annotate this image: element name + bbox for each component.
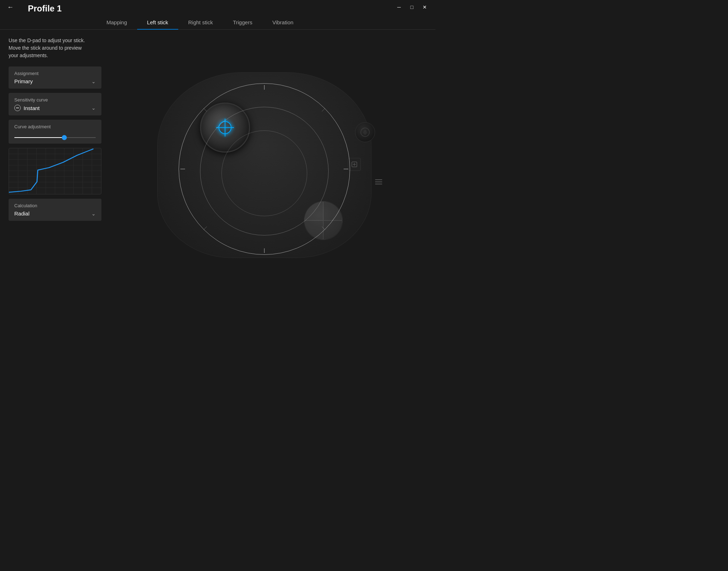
sensitivity-curve-dropdown[interactable]: Instant ⌄: [14, 105, 96, 111]
back-button[interactable]: ←: [6, 2, 15, 13]
tab-left-stick[interactable]: Left stick: [137, 16, 178, 30]
svg-line-26: [204, 227, 207, 230]
assignment-value: Primary: [14, 78, 33, 84]
navigation-tabs: Mapping Left stick Right stick Triggers …: [0, 16, 435, 30]
controller-area: [143, 44, 386, 312]
sensitivity-chevron-icon: ⌄: [91, 105, 96, 111]
xbox-button-visual: [355, 122, 375, 142]
tab-vibration[interactable]: Vibration: [262, 16, 303, 30]
profile-title: Profile 1: [19, 1, 70, 14]
minimize-button[interactable]: ─: [394, 2, 404, 12]
assignment-dropdown[interactable]: Primary ⌄: [14, 78, 96, 84]
right-panel: [101, 37, 427, 318]
menu-line-3: [375, 184, 382, 184]
xbox-logo-icon: [360, 127, 370, 137]
graph-svg: [9, 148, 101, 194]
tab-mapping[interactable]: Mapping: [96, 16, 137, 30]
menu-line-2: [375, 182, 382, 182]
assignment-chevron-icon: ⌄: [91, 79, 96, 84]
calculation-chevron-icon: ⌄: [91, 211, 96, 217]
svg-line-24: [204, 108, 207, 111]
assignment-card: Assignment Primary ⌄: [9, 66, 101, 89]
svg-line-27: [322, 227, 325, 230]
calculation-value: Radial: [14, 210, 30, 217]
menu-lines: [375, 179, 382, 184]
close-button[interactable]: ✕: [420, 2, 430, 12]
menu-line-1: [375, 179, 382, 180]
sensitivity-curve-label: Sensitivity curve: [14, 97, 96, 103]
sensitivity-curve-icon: [14, 105, 21, 111]
calculation-dropdown[interactable]: Radial ⌄: [14, 210, 96, 217]
share-icon: [351, 161, 358, 168]
left-panel: Use the D-pad to adjust your stick. Move…: [9, 37, 101, 318]
tab-triggers[interactable]: Triggers: [223, 16, 262, 30]
curve-adjustment-card: Curve adjustment: [9, 120, 101, 144]
assignment-label: Assignment: [14, 71, 96, 76]
sensitivity-curve-card: Sensitivity curve Instant ⌄: [9, 93, 101, 115]
sensitivity-curve-value: Instant: [14, 105, 40, 111]
svg-line-25: [322, 108, 325, 111]
tab-right-stick[interactable]: Right stick: [178, 16, 223, 30]
calculation-card: Calculation Radial ⌄: [9, 199, 101, 221]
hint-text: Use the D-pad to adjust your stick. Move…: [9, 37, 101, 59]
title-bar-left: ← Profile 1: [6, 1, 70, 14]
calculation-label: Calculation: [14, 203, 96, 208]
title-bar-controls: ─ □ ✕: [394, 2, 430, 12]
curve-adjustment-slider[interactable]: [14, 137, 96, 138]
sensitivity-graph: [9, 148, 101, 194]
title-bar: ← Profile 1 ─ □ ✕: [0, 0, 435, 14]
maximize-button[interactable]: □: [407, 2, 417, 12]
curve-adjustment-label: Curve adjustment: [14, 124, 96, 129]
main-content: Use the D-pad to adjust your stick. Move…: [0, 30, 435, 326]
tick-marks-svg: [179, 83, 350, 255]
